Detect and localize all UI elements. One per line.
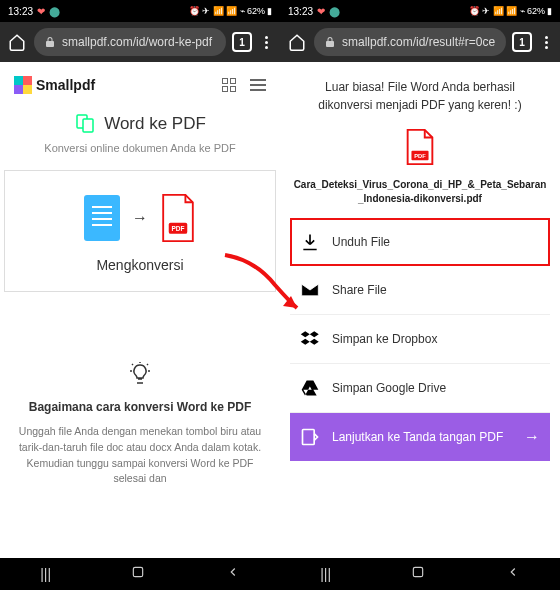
page-subtitle: Konversi online dokumen Anda ke PDF: [14, 142, 266, 154]
file-name: Cara_Deteksi_Virus_Corona_di_HP_&_Peta_S…: [292, 178, 548, 206]
pdf-file-icon: PDF: [404, 128, 436, 166]
doc-source-icon: [82, 193, 122, 243]
download-button[interactable]: Unduh File: [290, 218, 550, 266]
success-message: Luar biasa! File Word Anda berhasil diko…: [280, 62, 560, 124]
svg-rect-1: [83, 119, 93, 132]
sign-pdf-button[interactable]: Lanjutkan ke Tanda tangan PDF →: [290, 413, 550, 461]
page-title: Word ke PDF: [104, 114, 206, 134]
android-nav: |||: [0, 558, 280, 590]
dropbox-button[interactable]: Simpan ke Dropbox: [290, 315, 550, 364]
sign-icon: [300, 427, 320, 447]
word-to-pdf-icon: [74, 112, 98, 136]
arrow-right-icon: →: [524, 428, 540, 446]
url-bar[interactable]: smallpdf.com/id/result#r=0ce: [314, 28, 506, 56]
svg-rect-18: [414, 567, 423, 576]
home-icon[interactable]: [6, 31, 28, 53]
file-preview: PDF Cara_Deteksi_Virus_Corona_di_HP_&_Pe…: [280, 124, 560, 218]
svg-rect-17: [303, 430, 315, 445]
recent-apps-button[interactable]: |||: [320, 566, 331, 582]
gdrive-button[interactable]: Simpan Google Drive: [290, 364, 550, 413]
svg-text:PDF: PDF: [414, 153, 426, 159]
hint-text: Unggah file Anda dengan menekan tombol b…: [18, 424, 262, 487]
gdrive-icon: [300, 378, 320, 398]
menu-icon[interactable]: [250, 79, 266, 91]
hint-title: Bagaimana cara konversi Word ke PDF: [18, 400, 262, 414]
svg-line-12: [132, 364, 133, 365]
svg-text:PDF: PDF: [172, 225, 185, 232]
conversion-card: → PDF Mengkonversi: [4, 170, 276, 292]
lightbulb-icon: [128, 362, 152, 386]
home-button[interactable]: [131, 565, 145, 583]
left-screen: 13:23❤⬤ ⏰ ✈ 📶 📶 ⌁ 62% ▮ smallpdf.com/id/…: [0, 0, 280, 590]
browser-menu-icon[interactable]: [258, 36, 274, 49]
browser-bar: smallpdf.com/id/word-ke-pdf 1: [0, 22, 280, 62]
tab-count[interactable]: 1: [232, 32, 252, 52]
right-screen: 13:23❤⬤ ⏰ ✈ 📶 📶 ⌁ 62% ▮ smallpdf.com/id/…: [280, 0, 560, 590]
android-nav: |||: [280, 558, 560, 590]
svg-rect-14: [134, 567, 143, 576]
status-bar: 13:23❤⬤ ⏰ ✈ 📶 📶 ⌁ 62% ▮: [280, 0, 560, 22]
url-bar[interactable]: smallpdf.com/id/word-ke-pdf: [34, 28, 226, 56]
share-button[interactable]: Share File: [290, 266, 550, 315]
back-button[interactable]: [506, 565, 520, 583]
apps-icon[interactable]: [222, 78, 236, 92]
mail-icon: [300, 280, 320, 300]
status-time: 13:23: [8, 6, 33, 17]
browser-bar: smallpdf.com/id/result#r=0ce 1: [280, 22, 560, 62]
doc-pdf-icon: PDF: [158, 193, 198, 243]
converting-label: Mengkonversi: [15, 257, 265, 273]
back-button[interactable]: [226, 565, 240, 583]
home-icon[interactable]: [286, 31, 308, 53]
logo[interactable]: Smallpdf: [14, 76, 95, 94]
dropbox-icon: [300, 329, 320, 349]
brand-header: Smallpdf: [0, 62, 280, 108]
status-bar: 13:23❤⬤ ⏰ ✈ 📶 📶 ⌁ 62% ▮: [0, 0, 280, 22]
arrow-right-icon: →: [132, 209, 148, 227]
browser-menu-icon[interactable]: [538, 36, 554, 49]
download-icon: [300, 232, 320, 252]
recent-apps-button[interactable]: |||: [40, 566, 51, 582]
svg-line-13: [147, 364, 148, 365]
tab-count[interactable]: 1: [512, 32, 532, 52]
home-button[interactable]: [411, 565, 425, 583]
